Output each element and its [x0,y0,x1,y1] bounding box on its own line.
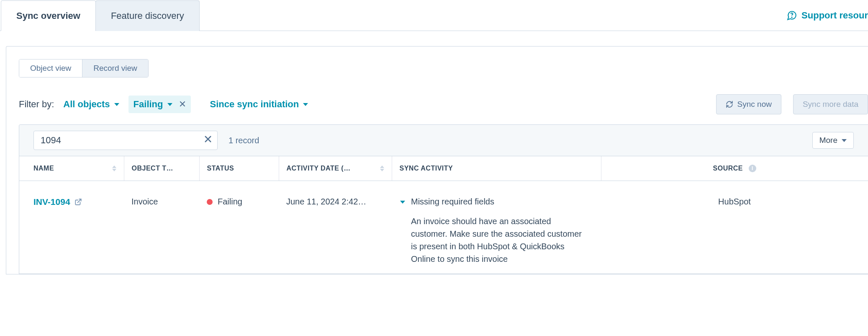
column-activity-date[interactable]: Activity date (… [279,156,392,181]
filter-status[interactable]: Failing [128,96,191,113]
table-container: 1 record More Name Object t… [19,124,868,274]
clear-search-icon[interactable] [204,135,212,146]
table-header-row: Name Object t… Status Activity date (… [19,156,868,181]
record-status-cell: Failing [199,181,279,274]
filter-objects[interactable]: All objects [60,96,122,112]
chevron-down-icon [167,103,172,106]
sync-now-label: Sync now [737,100,772,109]
record-count: 1 record [229,136,259,145]
filter-by-label: Filter by: [19,99,54,110]
column-status-label: Status [207,165,234,172]
column-source[interactable]: Source i [601,156,868,181]
column-object-label: Object t… [132,165,174,172]
column-source-label: Source [713,165,743,172]
column-sync-label: Sync activity [400,165,453,172]
sort-icon [112,165,116,171]
column-name-label: Name [33,165,54,172]
svg-line-5 [77,199,81,202]
object-view-button[interactable]: Object view [19,59,82,77]
record-name: INV-1094 [33,197,70,207]
sync-more-label: Sync more data [803,100,858,109]
status-dot-icon [207,199,213,205]
info-icon: i [749,165,756,172]
column-date-label: Activity date (… [287,165,351,172]
svg-marker-6 [400,201,405,204]
record-status: Failing [218,197,242,207]
svg-point-0 [791,17,792,17]
column-status[interactable]: Status [199,156,279,181]
search-row: 1 record More [19,125,868,156]
search-input[interactable] [41,135,204,146]
filter-row: Filter by: All objects Failing Since syn… [19,94,868,114]
chevron-down-icon [303,103,308,106]
record-name-link[interactable]: INV-1094 [33,197,82,207]
refresh-icon [726,101,733,108]
sync-activity-title: Missing required fields [411,197,587,207]
tab-sync-overview[interactable]: Sync overview [1,0,96,31]
expand-toggle[interactable] [399,198,406,265]
filter-date[interactable]: Since sync initiation [207,96,312,112]
support-resources-label: Support resour [801,10,868,21]
column-object-type[interactable]: Object t… [124,156,199,181]
sync-now-button[interactable]: Sync now [716,94,781,114]
filter-status-label: Failing [134,99,163,110]
more-label: More [819,136,837,145]
tab-feature-discovery[interactable]: Feature discovery [95,0,200,31]
external-link-icon [74,198,82,206]
filter-date-label: Since sync initiation [210,99,299,110]
search-box [33,131,218,150]
filter-objects-label: All objects [63,99,110,110]
record-view-button[interactable]: Record view [82,59,148,77]
column-sync-activity[interactable]: Sync activity [392,156,601,181]
chevron-down-icon [114,103,119,106]
table-row: INV-1094 Invoice Failing [19,181,868,274]
view-toggle: Object view Record view [19,59,149,78]
chevron-down-icon [842,139,847,142]
content-panel: Object view Record view Filter by: All o… [6,46,868,274]
record-object-type: Invoice [124,181,199,274]
record-source: HubSpot [601,181,868,274]
record-activity-date: June 11, 2024 2:42… [279,181,392,274]
records-table: Name Object t… Status Activity date (… [19,156,868,274]
support-resources-link[interactable]: Support resour [786,0,868,31]
more-columns-button[interactable]: More [812,132,854,149]
column-name[interactable]: Name [19,156,124,181]
clear-filter-icon[interactable] [179,100,186,109]
support-icon [786,10,797,21]
sync-more-data-button[interactable]: Sync more data [793,94,868,114]
sort-icon [380,165,384,171]
record-sync-activity: Missing required fields An invoice shoul… [392,181,601,274]
tab-bar: Sync overview Feature discovery Support … [0,0,868,31]
sync-activity-description: An invoice should have an associated cus… [411,215,587,265]
